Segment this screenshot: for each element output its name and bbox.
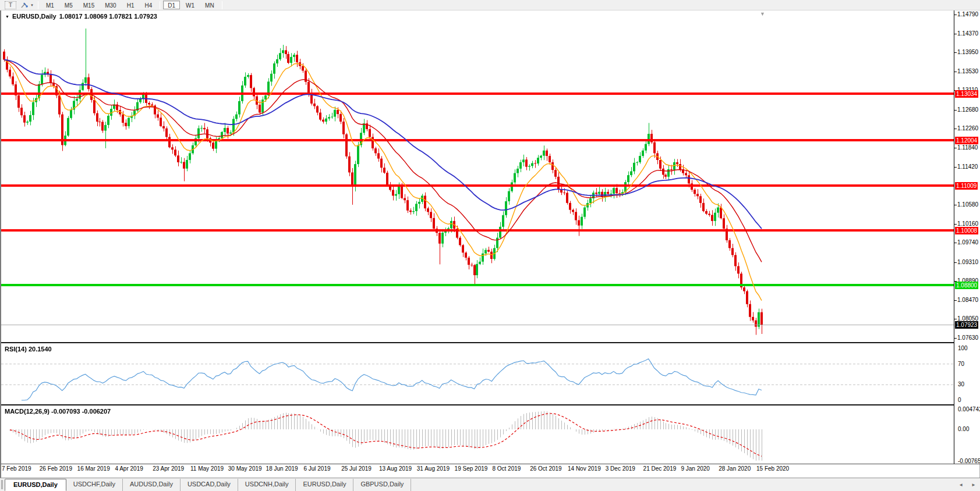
dropdown-caret-icon[interactable]: ▼ xyxy=(30,3,34,7)
rsi-axis-tick: 70 xyxy=(958,361,964,367)
date-axis-tick: 30 May 2019 xyxy=(228,465,262,472)
price-axis-tick: 1.11420 xyxy=(957,163,978,170)
timeframe-button-w1[interactable]: W1 xyxy=(181,1,199,9)
date-axis-tick: 26 Oct 2019 xyxy=(530,465,561,472)
symbol-period-label: EURUSD,Daily xyxy=(12,13,56,20)
date-axis-tick: 14 Nov 2019 xyxy=(568,465,601,472)
toolbar-separator xyxy=(38,1,38,9)
rsi-axis-tick: 30 xyxy=(958,381,964,387)
arrange-tool-button[interactable]: ▼ xyxy=(20,2,34,9)
tab-scroll-right-icon[interactable]: ► xyxy=(967,482,980,491)
hline-price-label: 1.10008 xyxy=(955,227,978,234)
timeframe-button-m5[interactable]: M5 xyxy=(60,1,77,9)
price-axis-tick: 1.09740 xyxy=(957,239,978,246)
rsi-indicator-label: RSI(14) 20.1540 xyxy=(5,346,52,353)
date-axis-tick: 28 Jan 2020 xyxy=(719,465,751,472)
date-axis-tick: 13 Aug 2019 xyxy=(379,465,412,472)
current-price-label: 1.07923 xyxy=(955,321,978,329)
chart-window: ▼ EURUSD,Daily 1.08017 1.08069 1.07821 1… xyxy=(0,10,980,478)
macd-indicator-label: MACD(12,26,9) -0.007093 -0.006207 xyxy=(5,408,111,415)
price-axis-tick: 1.12680 xyxy=(957,106,978,113)
hline-price-label: 1.08800 xyxy=(955,282,978,289)
chart-tab-usdcnh-4[interactable]: USDCNH,Daily xyxy=(238,479,296,491)
timeframe-button-group: M1M5M15M30H1H4 xyxy=(41,1,157,9)
timeframe-button-d1[interactable]: D1 xyxy=(163,1,180,9)
macd-panel-canvas[interactable] xyxy=(1,405,954,464)
date-axis-tick: 21 Dec 2019 xyxy=(643,465,677,472)
date-axis-tick: 4 Apr 2019 xyxy=(115,465,143,472)
price-axis-tick: 1.13530 xyxy=(957,68,978,74)
price-axis-tick: 1.10580 xyxy=(957,201,978,208)
price-chart-canvas[interactable] xyxy=(1,10,954,342)
timeframe-button-mn[interactable]: MN xyxy=(200,1,219,9)
timeframe-button-group: D1W1MN xyxy=(162,1,219,9)
chart-shift-marker-icon[interactable]: ▼ xyxy=(760,11,765,17)
tabbar-drag-handle[interactable] xyxy=(1,480,3,489)
date-axis-tick: 16 Mar 2019 xyxy=(77,465,110,472)
rsi-axis-tick: 100 xyxy=(958,345,968,351)
hline-price-label: 1.11009 xyxy=(955,182,978,190)
date-axis-tick: 9 Jan 2020 xyxy=(681,465,710,472)
price-axis-tick: 1.09310 xyxy=(957,259,978,265)
text-tool-button[interactable]: T xyxy=(5,1,16,9)
macd-axis-tick: 0.004742 xyxy=(958,406,980,412)
arrows-icon xyxy=(20,2,29,9)
timeframe-button-h1[interactable]: H1 xyxy=(122,1,139,9)
chart-tab-bar: EURUSD,DailyUSDCHF,DailyAUDUSD,DailyUSDC… xyxy=(0,478,980,491)
price-axis-tick: 1.11840 xyxy=(957,144,978,151)
date-axis-tick: 11 May 2019 xyxy=(190,465,224,472)
chart-tab-eurusd-0[interactable]: EURUSD,Daily xyxy=(5,479,66,491)
macd-axis-tick: -0.007656 xyxy=(958,458,980,464)
toolbar-separator xyxy=(160,1,160,9)
price-axis-tick: 1.10160 xyxy=(957,220,978,227)
date-axis-tick: 6 Jul 2019 xyxy=(303,465,330,472)
title-dropdown-icon[interactable]: ▼ xyxy=(5,15,9,19)
date-axis-tick: 25 Jul 2019 xyxy=(341,465,372,472)
date-axis-tick: 3 Dec 2019 xyxy=(606,465,635,472)
timeframe-button-m30[interactable]: M30 xyxy=(100,1,121,9)
date-axis-tick: 15 Feb 2020 xyxy=(756,465,789,472)
price-axis-tick: 1.14370 xyxy=(957,30,978,37)
chart-tab-audusd-2[interactable]: AUDUSD,Daily xyxy=(123,479,181,491)
date-axis-tick: 18 Jun 2019 xyxy=(266,465,298,472)
price-axis-tick: 1.14790 xyxy=(957,11,978,17)
panel-separator[interactable] xyxy=(1,342,980,343)
hline-price-label: 1.13034 xyxy=(955,90,978,98)
timeframe-button-m1[interactable]: M1 xyxy=(41,1,59,9)
date-axis-tick: 26 Feb 2019 xyxy=(40,465,72,472)
date-axis[interactable]: 7 Feb 201926 Feb 201916 Mar 20194 Apr 20… xyxy=(1,464,954,478)
price-axis-tick: 1.07630 xyxy=(957,335,978,341)
hline-price-label: 1.12004 xyxy=(955,137,978,144)
timeframe-button-m15[interactable]: M15 xyxy=(79,1,99,9)
chart-tab-eurusd-5[interactable]: EURUSD,Daily xyxy=(296,479,353,491)
date-axis-tick: 23 Apr 2019 xyxy=(153,465,184,472)
panel-separator[interactable] xyxy=(1,404,980,405)
date-axis-tick: 19 Sep 2019 xyxy=(455,465,488,472)
chart-tab-usdcad-3[interactable]: USDCAD,Daily xyxy=(181,479,238,491)
chart-tab-usdchf-1[interactable]: USDCHF,Daily xyxy=(66,479,123,491)
date-axis-tick: 8 Oct 2019 xyxy=(492,465,521,472)
chart-tab-gbpusd-6[interactable]: GBPUSD,Daily xyxy=(353,479,411,491)
rsi-panel-canvas[interactable] xyxy=(1,343,954,404)
toolbar-separator xyxy=(222,1,222,9)
chart-title: ▼ EURUSD,Daily 1.08017 1.08069 1.07821 1… xyxy=(5,13,157,20)
price-axis-tick: 1.13950 xyxy=(957,49,978,55)
toolbar: T ▼ M1M5M15M30H1H4 D1W1MN xyxy=(0,0,980,10)
price-axis-tick: 1.08470 xyxy=(957,297,978,303)
timeframe-button-h4[interactable]: H4 xyxy=(140,1,157,9)
rsi-axis-tick: 0 xyxy=(958,397,961,403)
tab-scroll-left-icon[interactable]: ◄ xyxy=(954,482,967,491)
date-axis-tick: 31 Aug 2019 xyxy=(417,465,450,472)
ohlc-values: 1.08017 1.08069 1.07821 1.07923 xyxy=(59,13,157,20)
price-axis[interactable]: 1.147901.143701.139501.135301.131101.126… xyxy=(954,10,980,464)
date-axis-tick: 7 Feb 2019 xyxy=(2,465,31,472)
macd-axis-tick: 0.00 xyxy=(958,426,969,432)
price-axis-tick: 1.12260 xyxy=(957,125,978,131)
tabs-container: EURUSD,DailyUSDCHF,DailyAUDUSD,DailyUSDC… xyxy=(5,479,411,491)
